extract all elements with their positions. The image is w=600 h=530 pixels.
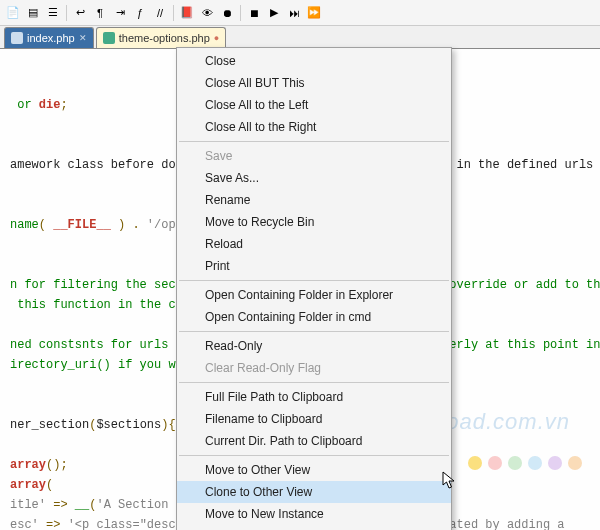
cm-save-as[interactable]: Save As... <box>177 167 451 189</box>
cascade-icon[interactable]: ▤ <box>24 4 42 22</box>
tab-theme-options[interactable]: theme-options.php● <box>96 27 227 48</box>
tab-close-icon[interactable]: ● <box>214 33 219 43</box>
cm-clone-view[interactable]: Clone to Other View <box>177 481 451 503</box>
play-icon[interactable]: ▶ <box>265 4 283 22</box>
cm-save: Save <box>177 145 451 167</box>
cm-move-instance[interactable]: Move to New Instance <box>177 503 451 525</box>
php-icon <box>103 32 115 44</box>
cm-recycle[interactable]: Move to Recycle Bin <box>177 211 451 233</box>
php-icon <box>11 32 23 44</box>
cm-readonly[interactable]: Read-Only <box>177 335 451 357</box>
cm-dirpath[interactable]: Current Dir. Path to Clipboard <box>177 430 451 452</box>
cm-move-view[interactable]: Move to Other View <box>177 459 451 481</box>
indent-icon[interactable]: ⇥ <box>111 4 129 22</box>
cm-clear-readonly: Clear Read-Only Flag <box>177 357 451 379</box>
cm-fullpath[interactable]: Full File Path to Clipboard <box>177 386 451 408</box>
cm-open-cmd[interactable]: Open Containing Folder in cmd <box>177 306 451 328</box>
function-icon[interactable]: ƒ <box>131 4 149 22</box>
tab-context-menu: CloseClose All BUT ThisClose All to the … <box>176 47 452 530</box>
playlist-icon[interactable]: ⏭ <box>285 4 303 22</box>
ff-icon[interactable]: ⏩ <box>305 4 323 22</box>
cm-rename[interactable]: Rename <box>177 189 451 211</box>
cm-reload[interactable]: Reload <box>177 233 451 255</box>
tab-index[interactable]: index.php✕ <box>4 27 94 48</box>
tab-close-icon[interactable]: ✕ <box>79 33 87 43</box>
wrap-icon[interactable]: ↩ <box>71 4 89 22</box>
record-icon[interactable]: ⏺ <box>218 4 236 22</box>
paragraph-icon[interactable]: ¶ <box>91 4 109 22</box>
stop-icon[interactable]: ⏹ <box>245 4 263 22</box>
file-icon[interactable]: 📄 <box>4 4 22 22</box>
cm-close-left[interactable]: Close All to the Left <box>177 94 451 116</box>
cm-open-explorer[interactable]: Open Containing Folder in Explorer <box>177 284 451 306</box>
svg-rect-0 <box>11 32 23 44</box>
cm-open-instance[interactable]: Open in New Instance <box>177 525 451 530</box>
eye-icon[interactable]: 👁 <box>198 4 216 22</box>
cm-close-right[interactable]: Close All to the Right <box>177 116 451 138</box>
cm-filename[interactable]: Filename to Clipboard <box>177 408 451 430</box>
cm-close[interactable]: Close <box>177 50 451 72</box>
toolbar: 📄▤☰↩¶⇥ƒ//📕👁⏺⏹▶⏭⏩ <box>0 0 600 26</box>
svg-rect-1 <box>103 32 115 44</box>
pdf-icon[interactable]: 📕 <box>178 4 196 22</box>
tab-label: index.php <box>27 32 75 44</box>
cm-close-all-but[interactable]: Close All BUT This <box>177 72 451 94</box>
tab-bar: index.php✕theme-options.php● <box>0 26 600 49</box>
tab-label: theme-options.php <box>119 32 210 44</box>
cm-print[interactable]: Print <box>177 255 451 277</box>
list-icon[interactable]: ☰ <box>44 4 62 22</box>
comment-icon[interactable]: // <box>151 4 169 22</box>
